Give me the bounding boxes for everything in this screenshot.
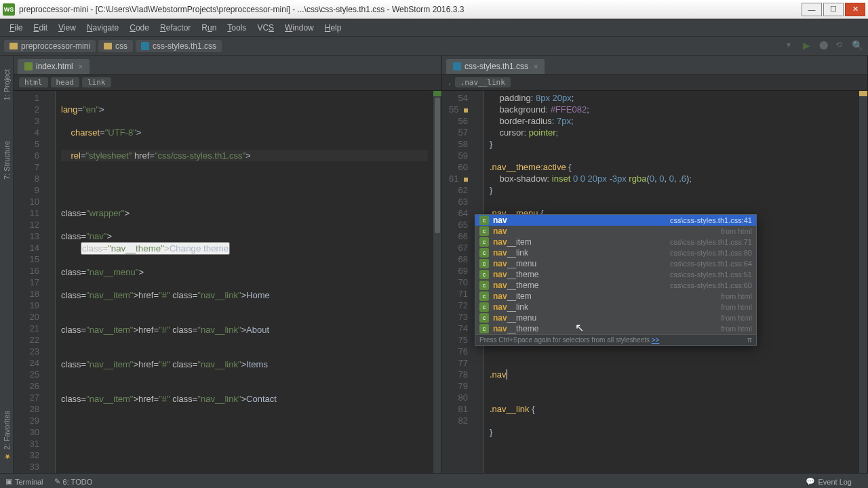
inspection-indicator-icon <box>433 91 441 96</box>
more-link[interactable]: >> <box>652 336 660 344</box>
structure-tool-tab[interactable]: 7: Structure <box>1 136 12 185</box>
class-icon: c <box>479 324 489 333</box>
window-title: preproccessor-mini - [C:\Users\Vlad\Webs… <box>19 5 800 14</box>
run-config-dropdown[interactable]: ▾ <box>787 40 799 52</box>
navigation-bar: preproccessor-mini css css-styles.th1.cs… <box>0 37 868 56</box>
app-logo-icon: WS <box>3 3 15 16</box>
menu-navigate[interactable]: Navigate <box>81 21 124 35</box>
completion-item[interactable]: cnav__themecss\css-styles.th1.css:51 <box>475 269 756 280</box>
breadcrumb-html[interactable]: html <box>19 77 48 87</box>
event-log-tab[interactable]: 💬Event Log <box>806 477 852 486</box>
editor-breadcrumb: . .nav__link <box>442 75 867 91</box>
terminal-icon: ▣ <box>5 477 12 486</box>
menu-window[interactable]: Window <box>279 21 319 35</box>
minimize-button[interactable]: — <box>802 3 822 16</box>
close-icon[interactable]: × <box>79 62 83 70</box>
menu-run[interactable]: Run <box>196 21 222 35</box>
completion-item[interactable]: cnav__themefrom html <box>475 323 756 334</box>
folder-icon <box>104 43 112 49</box>
favorites-tool-tab[interactable]: ★ 2: Favorites <box>1 405 12 466</box>
project-tool-tab[interactable]: 1: Project <box>1 64 12 106</box>
completion-item[interactable]: cnav__itemfrom html <box>475 291 756 302</box>
code-editor-left[interactable]: 1 2 3 4 5 6 7 8 9 10 11 12 13 14 15 16 1… <box>14 91 441 473</box>
completion-popup[interactable]: cnavcss\css-styles.th1.css:41cnavfrom ht… <box>475 214 757 346</box>
completion-item[interactable]: cnav__itemcss\css-styles.th1.css:71 <box>475 237 756 247</box>
breadcrumb-head[interactable]: head <box>51 77 80 87</box>
completion-footer: Press Ctrl+Space again for selectors fro… <box>475 334 756 345</box>
class-icon: c <box>479 302 489 312</box>
class-icon: c <box>479 270 489 279</box>
editor-breadcrumb: html head link <box>14 75 441 91</box>
vertical-scrollbar[interactable] <box>859 91 867 473</box>
breadcrumb-file[interactable]: css-styles.th1.css <box>136 40 222 52</box>
breadcrumb-link[interactable]: link <box>82 77 111 87</box>
close-icon[interactable]: × <box>534 62 538 70</box>
menu-help[interactable]: Help <box>319 21 347 35</box>
menu-file[interactable]: File <box>4 21 28 35</box>
todo-icon: ✎ <box>54 477 60 486</box>
css-file-icon <box>141 42 149 50</box>
debug-button-icon[interactable]: ⬤ <box>819 40 831 52</box>
menu-tools[interactable]: Tools <box>222 21 252 35</box>
completion-item[interactable]: cnav__menucss\css-styles.th1.css:64 <box>475 258 756 269</box>
terminal-tool-tab[interactable]: ▣Terminal <box>5 477 43 486</box>
pi-icon[interactable]: π <box>747 336 752 344</box>
editor-pane-right: css-styles.th1.css × . .nav__link 54 55 … <box>442 56 868 473</box>
class-icon: c <box>479 313 489 323</box>
class-icon: c <box>479 291 489 301</box>
gutter[interactable]: 1 2 3 4 5 6 7 8 9 10 11 12 13 14 15 16 1… <box>14 91 46 473</box>
bottom-tool-stripe: ▣Terminal ✎6: TODO 💬Event Log <box>0 473 868 488</box>
menubar: File Edit View Navigate Code Refactor Ru… <box>0 19 868 37</box>
completion-item[interactable]: cnav__linkcss\css-styles.th1.css:80 <box>475 247 756 258</box>
tab-index-html[interactable]: index.html × <box>18 59 90 74</box>
editor-pane-left: index.html × html head link 1 2 3 4 5 6 … <box>14 56 442 473</box>
completion-item[interactable]: cnav__themecss\css-styles.th1.css:60 <box>475 280 756 291</box>
menu-refactor[interactable]: Refactor <box>155 21 196 35</box>
html-file-icon <box>24 62 33 70</box>
left-tool-stripe: 1: Project 7: Structure ★ 2: Favorites <box>0 56 14 473</box>
gutter[interactable]: 54 55 56 57 58 59 60 61 62 63 64 65 66 6… <box>442 91 475 473</box>
class-icon: c <box>479 226 489 236</box>
event-log-icon: 💬 <box>806 477 815 486</box>
completion-item[interactable]: cnavcss\css-styles.th1.css:41 <box>475 215 756 226</box>
titlebar: WS preproccessor-mini - [C:\Users\Vlad\W… <box>0 0 868 19</box>
todo-tool-tab[interactable]: ✎6: TODO <box>54 477 93 486</box>
tab-css-styles[interactable]: css-styles.th1.css × <box>446 59 545 74</box>
completion-item[interactable]: cnav__linkfrom html <box>475 302 756 312</box>
completion-item[interactable]: cnav__menufrom html <box>475 312 756 323</box>
menu-edit[interactable]: Edit <box>28 21 53 35</box>
class-icon: c <box>479 216 489 225</box>
css-file-icon <box>453 62 461 70</box>
completion-item[interactable]: cnavfrom html <box>475 226 756 237</box>
folder-icon <box>9 43 18 49</box>
class-icon: c <box>479 237 489 247</box>
maximize-button[interactable]: ☐ <box>823 3 844 16</box>
search-everywhere-icon[interactable]: 🔍 <box>852 40 864 52</box>
run-button-icon[interactable]: ▶ <box>803 40 815 52</box>
class-icon: c <box>479 248 489 258</box>
breadcrumb-folder[interactable]: css <box>98 40 133 52</box>
breadcrumb-project[interactable]: preproccessor-mini <box>4 40 96 52</box>
menu-vcs[interactable]: VCS <box>252 21 279 35</box>
vertical-scrollbar[interactable] <box>433 91 441 473</box>
menu-code[interactable]: Code <box>124 21 155 35</box>
breadcrumb-selector[interactable]: .nav__link <box>455 77 511 87</box>
class-icon: c <box>479 259 489 268</box>
menu-view[interactable]: View <box>53 21 81 35</box>
class-icon: c <box>479 281 489 290</box>
close-button[interactable]: ✕ <box>845 3 865 16</box>
coverage-button-icon[interactable]: ⟲ <box>835 40 848 52</box>
inspection-indicator-icon <box>859 91 867 96</box>
